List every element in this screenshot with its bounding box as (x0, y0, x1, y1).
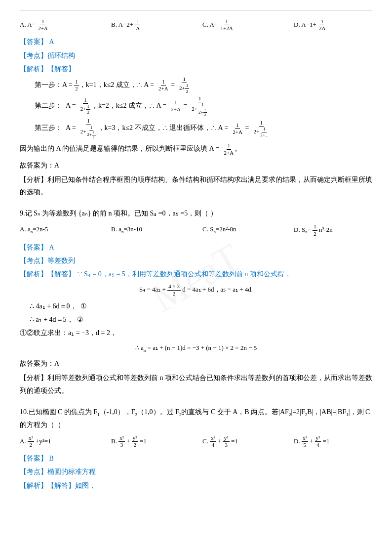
q10-option-a: A. x²2 +y²=1 (20, 435, 111, 448)
q9-option-a: A. an=2n-5 (20, 223, 111, 237)
q9-options: A. an=2n-5 B. an=3n-10 C. Sn=2n²-8n D. S… (20, 223, 372, 237)
frac-b1: x²3 (118, 435, 125, 448)
frac-conc: 12+A (223, 142, 235, 156)
q9-formula2: ∴ an = a₁ + (n − 1)d = −3 + (n − 1) × 2 … (20, 342, 372, 354)
frac-step1b: 12+A (157, 79, 169, 92)
frac-4: 12A (318, 18, 326, 32)
q8-answer: 【答案】 A (20, 36, 372, 48)
q9-solve: ①②联立求出：a₁ = −3，d = 2， (20, 327, 372, 339)
top-divider (20, 10, 372, 10)
q9-option-d: D. Sn= 12 n²-2n (294, 223, 385, 237)
q9-formula1: S₄ = 4a₁ + 4 × 32 d = 4a₁ + 6d，a₅ = a₁ +… (20, 283, 372, 297)
q10-section: 10.已知椭圆 C 的焦点为 F1（-1,0），F2（1,0）。过 F2的直线与… (20, 406, 372, 492)
q9-eq2: ∴ a₁ + 4d＝5， ② (30, 313, 372, 326)
q9-eq1: ∴ 4a₁ + 6d＝0， ① (30, 300, 372, 312)
q8-option-c: C. A= 11+2A (202, 18, 294, 32)
q9-analysis2: 【分析】利用等差数列通项公式和等差数列前 n 项和公式结合已知条件求出等差数列的… (20, 372, 372, 396)
q10-analysis-label: 【解析】【解答】如图， (20, 479, 372, 492)
frac-2: 1A (135, 18, 141, 32)
frac-step2b: 12+A (170, 99, 182, 113)
frac-1: 12+A (37, 18, 49, 32)
frac-f1: 4 × 32 (167, 283, 181, 297)
frac-step3a: 1 2+12+12 (79, 118, 98, 139)
q9-keypoint: 【考点】等差数列 (20, 255, 372, 267)
frac-step2c: 1 2+12+12 (191, 95, 209, 117)
q9-section: 9.记 Sₙ 为等差数列 {aₙ} 的前 n 项和。已知 S₄ =0，a₅ =5… (20, 207, 372, 396)
q9-answer-final: 故答案为：A (20, 357, 372, 370)
q8-step1: 第一步：A = 12，k=1，k≤2 成立，∴ A = 12+A = 12+12 (35, 76, 372, 94)
q9-option-b: B. an=3n-10 (111, 223, 202, 237)
q9-option-c: C. Sn=2n²-8n (202, 223, 294, 237)
frac-3: 11+2A (219, 18, 234, 32)
q8-analysis-label: 【解析】【解答】 (20, 63, 372, 75)
q8-option-d: D. A=1+ 12A (294, 18, 385, 32)
q8-conclusion: 因为输出的 A 的值满足题意输得的结果，所以判断框里应该填 A = 12+A。 (20, 142, 372, 156)
frac-d3: y²4 (315, 435, 321, 448)
frac-a1: x²2 (28, 435, 34, 448)
q8-options: A. A= 12+A B. A=2+ 1A C. A= 11+2A D. A=1… (20, 18, 372, 32)
frac-b2: y²2 (132, 435, 138, 448)
q8-answer-final: 故答案为：A (20, 159, 372, 171)
frac-step3b: 12+A (232, 122, 243, 135)
q8-step2: 第二步： A = 12+12，k=2，k≤2 成立，∴ A = 12+A = 1… (35, 95, 372, 117)
q10-option-c: C. x²4 + y²3 =1 (202, 435, 294, 448)
q8-analysis2: 【分析】利用已知条件结合程序框图的顺序结构、条件结构和循环结构求出满足要求的结果… (20, 173, 372, 198)
q9-answer: 【答案】 A (20, 241, 372, 254)
frac-step1a: 12 (74, 79, 79, 92)
q10-problem: 10.已知椭圆 C 的焦点为 F1（-1,0），F2（1,0）。过 F2的直线与… (20, 406, 372, 431)
q8-section: A. A= 12+A B. A=2+ 1A C. A= 11+2A D. A=1… (20, 18, 372, 198)
frac-step3c: 1 2+12+... (252, 120, 270, 138)
q8-option-a: A. A= 12+A (20, 18, 111, 32)
q8-option-b: B. A=2+ 1A (111, 18, 202, 32)
q10-answer: 【答案】 B (20, 452, 372, 465)
frac-d1: 12 (313, 223, 317, 237)
frac-c1: x²4 (210, 435, 216, 448)
frac-d2: x²5 (302, 435, 308, 448)
q10-keypoint: 【考点】椭圆的标准方程 (20, 466, 372, 478)
q9-problem: 9.记 Sₙ 为等差数列 {aₙ} 的前 n 项和。已知 S₄ =0，a₅ =5… (20, 207, 372, 219)
q9-analysis-label: 【解析】【解答】 ∵ S₄ = 0，a₅ = 5，利用等差数列通项公式和等差数列… (20, 268, 372, 280)
q10-options: A. x²2 +y²=1 B. x²3 + y²2 =1 C. x²4 + y²… (20, 435, 372, 448)
q10-option-d: D. x²5 + y²4 =1 (294, 435, 385, 448)
q8-keypoint: 【考点】循环结构 (20, 49, 372, 62)
frac-step1c: 12+12 (178, 76, 190, 94)
q10-option-b: B. x²3 + y²2 =1 (111, 435, 202, 448)
frac-c2: y²3 (223, 435, 230, 448)
frac-step2a: 12+12 (79, 97, 91, 115)
q8-step3: 第三步： A = 1 2+12+12 ，k=3，k≤2 不成立，∴ 退出循环体，… (35, 118, 372, 139)
